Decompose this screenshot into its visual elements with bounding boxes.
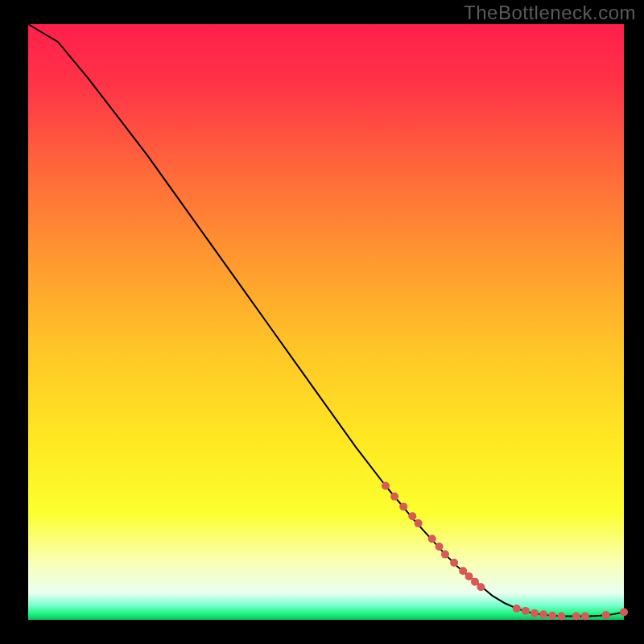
data-marker — [602, 611, 610, 619]
data-marker — [620, 608, 628, 616]
data-marker — [390, 493, 398, 501]
data-marker — [530, 609, 539, 617]
chart-stage: TheBottleneck.com — [0, 0, 644, 644]
data-marker — [557, 613, 565, 621]
curve-line — [28, 24, 624, 617]
data-marker — [408, 512, 416, 520]
data-marker — [513, 605, 521, 613]
data-marker — [428, 535, 436, 543]
data-marker — [436, 543, 444, 551]
chart-svg — [28, 24, 624, 620]
data-marker — [441, 551, 449, 559]
data-marker — [415, 519, 423, 527]
data-marker — [548, 612, 556, 620]
data-marker — [399, 502, 407, 510]
watermark-text: TheBottleneck.com — [464, 2, 636, 24]
data-marker — [477, 583, 485, 591]
plot-area — [28, 24, 624, 620]
data-marker — [450, 559, 458, 567]
data-marker — [539, 610, 547, 618]
data-marker — [522, 607, 530, 615]
data-marker — [459, 567, 467, 575]
data-marker — [572, 613, 580, 621]
marker-group — [382, 482, 628, 621]
data-marker — [382, 482, 390, 490]
data-marker — [465, 572, 473, 580]
data-marker — [581, 613, 589, 621]
data-marker — [471, 578, 479, 586]
